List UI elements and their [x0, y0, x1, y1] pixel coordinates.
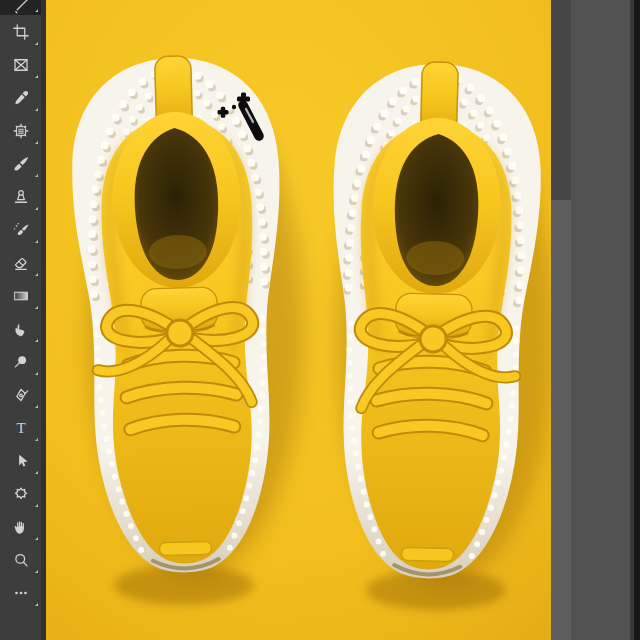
hand-icon: [12, 518, 30, 536]
clone-stamp-icon: [12, 188, 30, 206]
dodge-icon: [12, 353, 30, 371]
tool-sidebar: T: [0, 0, 46, 640]
pen-icon: [12, 386, 30, 404]
frame-icon: [12, 56, 30, 74]
flyout-corner: [35, 603, 38, 606]
gradient-icon: [12, 287, 30, 305]
magic-wand-icon: [12, 0, 30, 15]
app-window: T: [0, 0, 640, 640]
flyout-corner: [35, 42, 38, 45]
flyout-corner: [35, 438, 38, 441]
flyout-corner: [35, 75, 38, 78]
tool-eyedropper[interactable]: [0, 81, 41, 114]
history-brush-icon: [12, 221, 30, 239]
canvas-scrollbar[interactable]: [551, 0, 571, 640]
svg-text:T: T: [16, 420, 25, 436]
zoom-icon: [12, 551, 30, 569]
flyout-corner: [35, 207, 38, 210]
pasteboard-right: [551, 0, 640, 640]
smudge-icon: [12, 320, 30, 338]
tool-healing-patch[interactable]: [0, 114, 41, 147]
flyout-corner: [35, 141, 38, 144]
flyout-corner: [35, 372, 38, 375]
tool-more[interactable]: [0, 576, 41, 609]
healing-patch-icon: [12, 122, 30, 140]
flyout-corner: [35, 273, 38, 276]
tool-smudge[interactable]: [0, 312, 41, 345]
flyout-corner: [35, 108, 38, 111]
crop-icon: [12, 23, 30, 41]
ellipsis-icon: [12, 584, 30, 602]
tool-hand[interactable]: [0, 510, 41, 543]
eraser-icon: [12, 254, 30, 272]
tool-gradient[interactable]: [0, 279, 41, 312]
tool-path-select[interactable]: [0, 444, 41, 477]
flyout-corner: [35, 570, 38, 573]
tool-object-selection[interactable]: [0, 0, 41, 15]
custom-shape-icon: [12, 485, 30, 503]
window-edge: [634, 0, 640, 640]
tool-dodge[interactable]: [0, 345, 41, 378]
eyedropper-icon: [12, 89, 30, 107]
path-select-icon: [12, 452, 30, 470]
tool-eraser[interactable]: [0, 246, 41, 279]
photo-yellow-sneakers: [46, 0, 551, 640]
flyout-corner: [35, 504, 38, 507]
tool-custom-shape[interactable]: [0, 477, 41, 510]
canvas-area[interactable]: [46, 0, 551, 640]
tool-brush[interactable]: [0, 147, 41, 180]
tool-frame[interactable]: [0, 48, 41, 81]
flyout-corner: [35, 240, 38, 243]
tool-crop[interactable]: [0, 15, 41, 48]
flyout-corner: [35, 174, 38, 177]
flyout-corner: [35, 405, 38, 408]
tool-zoom[interactable]: [0, 543, 41, 576]
flyout-corner: [35, 471, 38, 474]
scrollbar-thumb[interactable]: [551, 200, 571, 640]
flyout-corner: [35, 306, 38, 309]
type-icon: T: [12, 419, 30, 437]
tool-history-brush[interactable]: [0, 213, 41, 246]
tool-clone-stamp[interactable]: [0, 180, 41, 213]
flyout-corner: [35, 339, 38, 342]
tool-type[interactable]: T: [0, 411, 41, 444]
flyout-corner: [35, 9, 38, 12]
flyout-corner: [35, 537, 38, 540]
brush-icon: [12, 155, 30, 173]
tool-pen[interactable]: [0, 378, 41, 411]
